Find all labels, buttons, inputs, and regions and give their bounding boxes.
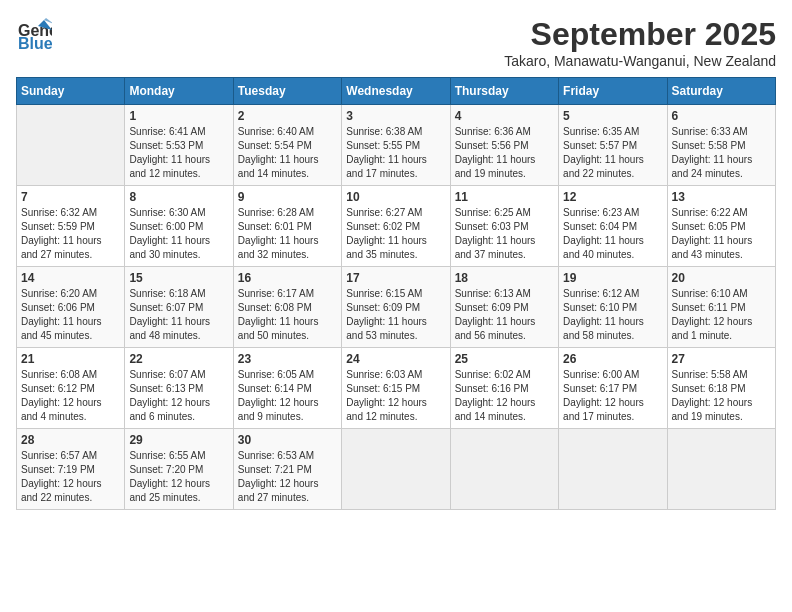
day-info: Sunrise: 6:02 AM Sunset: 6:16 PM Dayligh…	[455, 368, 554, 424]
header-saturday: Saturday	[667, 78, 775, 105]
calendar-cell: 24Sunrise: 6:03 AM Sunset: 6:15 PM Dayli…	[342, 348, 450, 429]
day-number: 28	[21, 433, 120, 447]
day-info: Sunrise: 6:00 AM Sunset: 6:17 PM Dayligh…	[563, 368, 662, 424]
day-info: Sunrise: 6:41 AM Sunset: 5:53 PM Dayligh…	[129, 125, 228, 181]
day-number: 10	[346, 190, 445, 204]
day-info: Sunrise: 6:36 AM Sunset: 5:56 PM Dayligh…	[455, 125, 554, 181]
day-info: Sunrise: 6:07 AM Sunset: 6:13 PM Dayligh…	[129, 368, 228, 424]
day-info: Sunrise: 6:03 AM Sunset: 6:15 PM Dayligh…	[346, 368, 445, 424]
day-number: 15	[129, 271, 228, 285]
header-sunday: Sunday	[17, 78, 125, 105]
calendar-cell: 11Sunrise: 6:25 AM Sunset: 6:03 PM Dayli…	[450, 186, 558, 267]
day-info: Sunrise: 6:27 AM Sunset: 6:02 PM Dayligh…	[346, 206, 445, 262]
day-info: Sunrise: 6:23 AM Sunset: 6:04 PM Dayligh…	[563, 206, 662, 262]
calendar-cell: 16Sunrise: 6:17 AM Sunset: 6:08 PM Dayli…	[233, 267, 341, 348]
calendar-header-row: SundayMondayTuesdayWednesdayThursdayFrid…	[17, 78, 776, 105]
day-number: 22	[129, 352, 228, 366]
day-number: 6	[672, 109, 771, 123]
day-number: 13	[672, 190, 771, 204]
calendar-cell	[559, 429, 667, 510]
day-number: 25	[455, 352, 554, 366]
day-info: Sunrise: 6:15 AM Sunset: 6:09 PM Dayligh…	[346, 287, 445, 343]
day-info: Sunrise: 6:08 AM Sunset: 6:12 PM Dayligh…	[21, 368, 120, 424]
calendar-cell: 21Sunrise: 6:08 AM Sunset: 6:12 PM Dayli…	[17, 348, 125, 429]
calendar-cell: 8Sunrise: 6:30 AM Sunset: 6:00 PM Daylig…	[125, 186, 233, 267]
logo-icon: General Blue	[16, 16, 52, 52]
day-number: 9	[238, 190, 337, 204]
day-number: 2	[238, 109, 337, 123]
day-info: Sunrise: 6:55 AM Sunset: 7:20 PM Dayligh…	[129, 449, 228, 505]
svg-text:Blue: Blue	[18, 35, 52, 52]
day-number: 30	[238, 433, 337, 447]
calendar-cell: 7Sunrise: 6:32 AM Sunset: 5:59 PM Daylig…	[17, 186, 125, 267]
day-number: 16	[238, 271, 337, 285]
calendar-cell: 1Sunrise: 6:41 AM Sunset: 5:53 PM Daylig…	[125, 105, 233, 186]
day-number: 14	[21, 271, 120, 285]
day-number: 4	[455, 109, 554, 123]
calendar-cell	[450, 429, 558, 510]
day-info: Sunrise: 6:38 AM Sunset: 5:55 PM Dayligh…	[346, 125, 445, 181]
calendar-cell	[17, 105, 125, 186]
day-number: 18	[455, 271, 554, 285]
calendar-table: SundayMondayTuesdayWednesdayThursdayFrid…	[16, 77, 776, 510]
day-info: Sunrise: 6:40 AM Sunset: 5:54 PM Dayligh…	[238, 125, 337, 181]
calendar-cell: 6Sunrise: 6:33 AM Sunset: 5:58 PM Daylig…	[667, 105, 775, 186]
day-number: 7	[21, 190, 120, 204]
calendar-cell: 22Sunrise: 6:07 AM Sunset: 6:13 PM Dayli…	[125, 348, 233, 429]
calendar-cell: 25Sunrise: 6:02 AM Sunset: 6:16 PM Dayli…	[450, 348, 558, 429]
calendar-cell: 30Sunrise: 6:53 AM Sunset: 7:21 PM Dayli…	[233, 429, 341, 510]
calendar-cell: 13Sunrise: 6:22 AM Sunset: 6:05 PM Dayli…	[667, 186, 775, 267]
calendar-cell: 14Sunrise: 6:20 AM Sunset: 6:06 PM Dayli…	[17, 267, 125, 348]
day-number: 20	[672, 271, 771, 285]
calendar-cell: 9Sunrise: 6:28 AM Sunset: 6:01 PM Daylig…	[233, 186, 341, 267]
day-info: Sunrise: 6:33 AM Sunset: 5:58 PM Dayligh…	[672, 125, 771, 181]
day-info: Sunrise: 6:13 AM Sunset: 6:09 PM Dayligh…	[455, 287, 554, 343]
calendar-cell: 29Sunrise: 6:55 AM Sunset: 7:20 PM Dayli…	[125, 429, 233, 510]
calendar-cell: 10Sunrise: 6:27 AM Sunset: 6:02 PM Dayli…	[342, 186, 450, 267]
day-info: Sunrise: 6:22 AM Sunset: 6:05 PM Dayligh…	[672, 206, 771, 262]
day-number: 1	[129, 109, 228, 123]
calendar-cell: 20Sunrise: 6:10 AM Sunset: 6:11 PM Dayli…	[667, 267, 775, 348]
day-info: Sunrise: 6:53 AM Sunset: 7:21 PM Dayligh…	[238, 449, 337, 505]
calendar-cell: 19Sunrise: 6:12 AM Sunset: 6:10 PM Dayli…	[559, 267, 667, 348]
day-info: Sunrise: 6:25 AM Sunset: 6:03 PM Dayligh…	[455, 206, 554, 262]
calendar-cell: 3Sunrise: 6:38 AM Sunset: 5:55 PM Daylig…	[342, 105, 450, 186]
header-friday: Friday	[559, 78, 667, 105]
logo: General Blue	[16, 16, 52, 52]
day-info: Sunrise: 6:30 AM Sunset: 6:00 PM Dayligh…	[129, 206, 228, 262]
calendar-cell: 28Sunrise: 6:57 AM Sunset: 7:19 PM Dayli…	[17, 429, 125, 510]
calendar-cell: 15Sunrise: 6:18 AM Sunset: 6:07 PM Dayli…	[125, 267, 233, 348]
calendar-cell	[342, 429, 450, 510]
header-monday: Monday	[125, 78, 233, 105]
day-info: Sunrise: 6:20 AM Sunset: 6:06 PM Dayligh…	[21, 287, 120, 343]
day-number: 3	[346, 109, 445, 123]
title-block: September 2025 Takaro, Manawatu-Wanganui…	[504, 16, 776, 69]
day-number: 27	[672, 352, 771, 366]
month-title: September 2025	[504, 16, 776, 53]
day-info: Sunrise: 6:35 AM Sunset: 5:57 PM Dayligh…	[563, 125, 662, 181]
day-info: Sunrise: 6:05 AM Sunset: 6:14 PM Dayligh…	[238, 368, 337, 424]
day-number: 24	[346, 352, 445, 366]
day-number: 5	[563, 109, 662, 123]
header-wednesday: Wednesday	[342, 78, 450, 105]
calendar-cell	[667, 429, 775, 510]
calendar-cell: 26Sunrise: 6:00 AM Sunset: 6:17 PM Dayli…	[559, 348, 667, 429]
page-header: General Blue September 2025 Takaro, Mana…	[16, 16, 776, 69]
calendar-cell: 17Sunrise: 6:15 AM Sunset: 6:09 PM Dayli…	[342, 267, 450, 348]
day-number: 23	[238, 352, 337, 366]
day-number: 19	[563, 271, 662, 285]
calendar-cell: 23Sunrise: 6:05 AM Sunset: 6:14 PM Dayli…	[233, 348, 341, 429]
calendar-cell: 4Sunrise: 6:36 AM Sunset: 5:56 PM Daylig…	[450, 105, 558, 186]
day-number: 26	[563, 352, 662, 366]
day-info: Sunrise: 6:10 AM Sunset: 6:11 PM Dayligh…	[672, 287, 771, 343]
day-info: Sunrise: 6:57 AM Sunset: 7:19 PM Dayligh…	[21, 449, 120, 505]
calendar-cell: 27Sunrise: 5:58 AM Sunset: 6:18 PM Dayli…	[667, 348, 775, 429]
calendar-cell: 2Sunrise: 6:40 AM Sunset: 5:54 PM Daylig…	[233, 105, 341, 186]
calendar-week-row: 1Sunrise: 6:41 AM Sunset: 5:53 PM Daylig…	[17, 105, 776, 186]
calendar-week-row: 14Sunrise: 6:20 AM Sunset: 6:06 PM Dayli…	[17, 267, 776, 348]
header-thursday: Thursday	[450, 78, 558, 105]
day-info: Sunrise: 6:32 AM Sunset: 5:59 PM Dayligh…	[21, 206, 120, 262]
location-title: Takaro, Manawatu-Wanganui, New Zealand	[504, 53, 776, 69]
calendar-week-row: 28Sunrise: 6:57 AM Sunset: 7:19 PM Dayli…	[17, 429, 776, 510]
day-info: Sunrise: 6:17 AM Sunset: 6:08 PM Dayligh…	[238, 287, 337, 343]
